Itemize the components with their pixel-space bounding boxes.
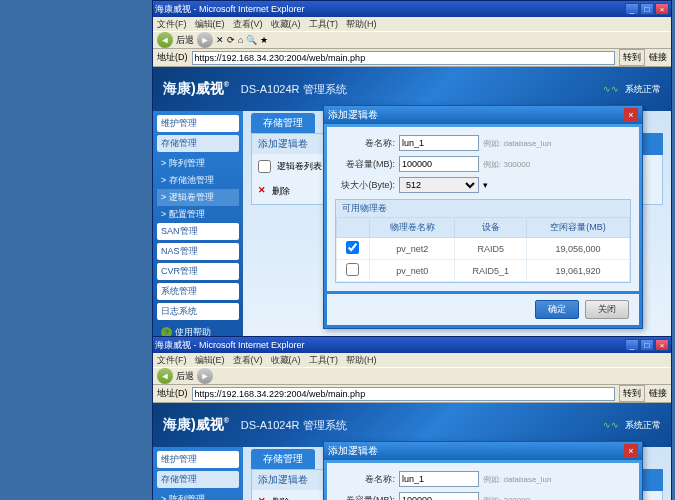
refresh-icon[interactable]: ⟳ (227, 35, 235, 45)
workspace: 存储管理 空闲 扩展 重命名 添加逻辑卷 ✕删除 添加逻辑卷× 卷名称:例如: … (243, 447, 671, 500)
workspace-tab[interactable]: 存储管理 (251, 113, 315, 133)
menu-file[interactable]: 文件(F) (157, 354, 187, 366)
dialog-title: 添加逻辑卷 (328, 108, 378, 122)
sidebar-item-pool[interactable]: > 存储池管理 (157, 172, 239, 189)
menu-view[interactable]: 查看(V) (233, 18, 263, 30)
menu-fav[interactable]: 收藏(A) (271, 18, 301, 30)
block-select[interactable]: 512 (399, 177, 479, 193)
sidebar: 维护管理 存储管理 > 阵列管理 > 存储池管理 > 逻辑卷管理 > 配置管理 … (153, 111, 243, 339)
add-lun-dialog: 添加逻辑卷× 卷名称:例如: database_lun 卷容量(MB):例如: … (323, 441, 643, 500)
address-input[interactable] (192, 387, 616, 401)
ie-window: 海康威视 - Microsoft Internet Explorer _ □ ×… (152, 336, 672, 500)
window-title: 海康威视 - Microsoft Internet Explorer (155, 339, 305, 352)
maximize-button[interactable]: □ (640, 339, 654, 351)
sidebar-item-array[interactable]: > 阵列管理 (157, 155, 239, 172)
back-button[interactable]: ◄ (157, 32, 173, 48)
window-title: 海康威视 - Microsoft Internet Explorer (155, 3, 305, 16)
delete-link[interactable]: 删除 (272, 185, 290, 198)
menu-tools[interactable]: 工具(T) (309, 18, 339, 30)
logo: 海康)威视® (163, 80, 229, 98)
capacity-input[interactable] (399, 156, 479, 172)
nav-toolbar: ◄ 后退 ► (153, 367, 671, 385)
menu-help[interactable]: 帮助(H) (346, 354, 377, 366)
go-button[interactable]: 转到 (619, 385, 645, 402)
col-pvname: 物理卷名称 (369, 218, 455, 238)
capacity-hint: 例如: 300000 (483, 159, 530, 170)
capacity-input[interactable] (399, 492, 479, 500)
chevron-down-icon: ▾ (483, 180, 488, 190)
forward-button[interactable]: ► (197, 368, 213, 384)
col-device: 设备 (455, 218, 527, 238)
dialog-titlebar: 添加逻辑卷 × (324, 106, 642, 124)
sidebar-section-cvr[interactable]: CVR管理 (157, 263, 239, 280)
sidebar-item-storage[interactable]: 存储管理 (157, 135, 239, 152)
page-content: 海康)威视® DS-A1024R 管理系统 ∿∿系统正常 维护管理 存储管理 >… (153, 403, 671, 500)
menu-edit[interactable]: 编辑(E) (195, 354, 225, 366)
menu-fav[interactable]: 收藏(A) (271, 354, 301, 366)
name-input[interactable] (399, 135, 479, 151)
name-input[interactable] (399, 471, 479, 487)
list-label: 逻辑卷列表 (277, 160, 322, 173)
available-pv-title: 可用物理卷 (336, 200, 630, 217)
sidebar-item-array[interactable]: > 阵列管理 (157, 491, 239, 500)
sidebar-section-log[interactable]: 日志系统 (157, 303, 239, 320)
favorites-icon[interactable]: ★ (260, 35, 268, 45)
name-label: 卷名称: (335, 137, 395, 150)
sidebar: 维护管理 存储管理 > 阵列管理 > 存储池管理 > 逻辑卷管理 > 配置管理 … (153, 447, 243, 500)
logo: 海康)威视® (163, 416, 229, 434)
go-button[interactable]: 转到 (619, 49, 645, 66)
dialog-close-button[interactable]: × (624, 108, 638, 122)
sidebar-section-system[interactable]: 系统管理 (157, 283, 239, 300)
row-checkbox[interactable] (346, 241, 359, 254)
page-content: 海康)威视® DS-A1024R 管理系统 ∿∿系统正常 维护管理 存储管理 >… (153, 67, 671, 339)
stop-icon[interactable]: ✕ (216, 35, 224, 45)
workspace-tab[interactable]: 存储管理 (251, 449, 315, 469)
menu-view[interactable]: 查看(V) (233, 354, 263, 366)
close-button[interactable]: × (655, 3, 669, 15)
sidebar-section-maint[interactable]: 维护管理 (157, 451, 239, 468)
menu-file[interactable]: 文件(F) (157, 18, 187, 30)
minimize-button[interactable]: _ (625, 339, 639, 351)
table-row: pv_net2 RAID5 19,056,000 (337, 238, 630, 260)
menu-tools[interactable]: 工具(T) (309, 354, 339, 366)
maximize-button[interactable]: □ (640, 3, 654, 15)
pv-table: 物理卷名称 设备 空闲容量(MB) pv_net2 RAID5 19,056,0… (336, 217, 630, 282)
system-status: 系统正常 (625, 83, 661, 96)
menu-bar: 文件(F) 编辑(E) 查看(V) 收藏(A) 工具(T) 帮助(H) (153, 353, 671, 367)
back-button[interactable]: ◄ (157, 368, 173, 384)
ie-window: 海康威视 - Microsoft Internet Explorer _ □ ×… (152, 0, 672, 340)
row-checkbox[interactable] (346, 263, 359, 276)
product-title: DS-A1024R 管理系统 (241, 418, 347, 433)
pulse-icon: ∿∿ (603, 420, 619, 430)
menu-help[interactable]: 帮助(H) (346, 18, 377, 30)
address-input[interactable] (192, 51, 616, 65)
forward-button[interactable]: ► (197, 32, 213, 48)
address-label: 地址(D) (157, 51, 188, 64)
window-titlebar: 海康威视 - Microsoft Internet Explorer _ □ × (153, 1, 671, 17)
menu-edit[interactable]: 编辑(E) (195, 18, 225, 30)
cancel-button[interactable]: 关闭 (585, 300, 629, 319)
block-label: 块大小(Byte): (335, 179, 395, 192)
dialog-close-button[interactable]: × (624, 444, 638, 458)
table-row: pv_net0 RAID5_1 19,061,920 (337, 260, 630, 282)
sidebar-section-san[interactable]: SAN管理 (157, 223, 239, 240)
search-icon[interactable]: 🔍 (246, 35, 257, 45)
sidebar-item-storage[interactable]: 存储管理 (157, 471, 239, 488)
sidebar-item-lun[interactable]: > 逻辑卷管理 (157, 189, 239, 206)
delete-icon: ✕ (258, 185, 266, 198)
name-hint: 例如: database_lun (483, 138, 552, 149)
delete-link[interactable]: 删除 (272, 496, 290, 500)
links-label[interactable]: 链接 (649, 51, 667, 64)
home-icon[interactable]: ⌂ (238, 35, 243, 45)
ok-button[interactable]: 确定 (535, 300, 579, 319)
col-free: 空闲容量(MB) (527, 218, 630, 238)
product-title: DS-A1024R 管理系统 (241, 82, 347, 97)
close-button[interactable]: × (655, 339, 669, 351)
sidebar-item-config[interactable]: > 配置管理 (157, 206, 239, 223)
list-checkbox[interactable] (258, 160, 271, 173)
minimize-button[interactable]: _ (625, 3, 639, 15)
add-lun-dialog: 添加逻辑卷 × 卷名称: 例如: database_lun 卷容量(MB): 例… (323, 105, 643, 329)
sidebar-section-maint[interactable]: 维护管理 (157, 115, 239, 132)
sidebar-section-nas[interactable]: NAS管理 (157, 243, 239, 260)
menu-bar: 文件(F) 编辑(E) 查看(V) 收藏(A) 工具(T) 帮助(H) (153, 17, 671, 31)
